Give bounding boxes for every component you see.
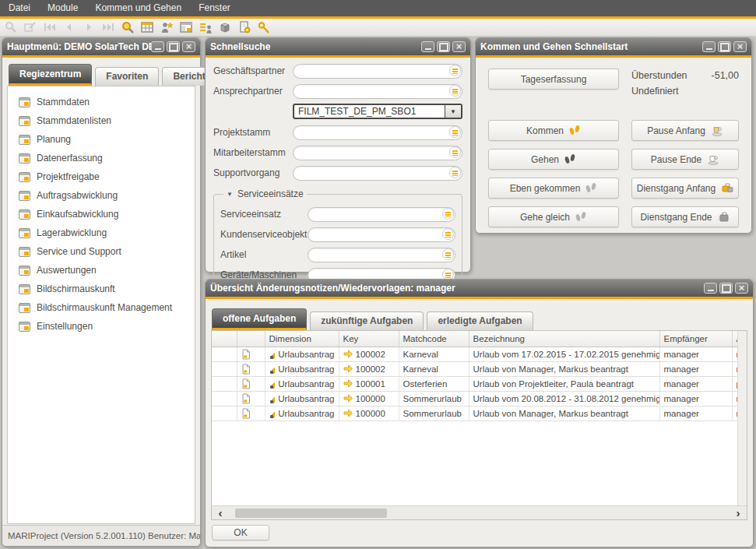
choose-from-list-icon[interactable] (442, 208, 454, 220)
scroll-left-icon[interactable]: ‹ (212, 507, 229, 519)
supportvorgang-input[interactable] (293, 166, 462, 181)
col-bezeichnung[interactable]: Bezeichnung (469, 331, 659, 347)
field-label: Ansprechpartner (213, 86, 293, 97)
menu-item-einstellungen[interactable]: Einstellungen (8, 317, 195, 336)
task-overview-titlebar[interactable]: Übersicht Änderungsnotizen/Wiedervorlage… (206, 280, 753, 297)
tab-zukuenftige-aufgaben[interactable]: zukünftige Aufgaben (310, 311, 424, 330)
serviceeinsatz-input[interactable] (308, 207, 455, 222)
key-icon[interactable] (257, 20, 271, 34)
menu-item-projektfreigabe[interactable]: Projektfreigabe (8, 167, 195, 186)
col-empfaenger[interactable]: Empfänger (659, 331, 732, 347)
dropdown-button[interactable]: ▼ (445, 105, 461, 118)
choose-from-list-icon[interactable] (442, 248, 454, 260)
menu-datei[interactable]: Datei (0, 0, 39, 16)
menu-item-bildschirmauskunft[interactable]: Bildschirmauskunft (8, 280, 195, 298)
scrollbar-thumb[interactable] (235, 509, 387, 518)
button-label: Gehen (531, 154, 559, 165)
eben-gekommen-button[interactable]: Eben gekommen (488, 178, 619, 199)
gehe-gleich-button[interactable]: Gehe gleich (488, 206, 619, 227)
pause-anfang-button[interactable]: Pause Anfang (631, 120, 739, 141)
minimize-button[interactable] (704, 283, 717, 294)
table-row[interactable]: Urlaubsantrag 100002 Karneval Urlaub vom… (212, 347, 747, 361)
table-view-icon[interactable] (140, 20, 154, 34)
kundenserviceobjekt-input[interactable] (308, 227, 455, 242)
menu-item-label: Lagerabwicklung (37, 227, 107, 238)
gehen-button[interactable]: Gehen (488, 149, 619, 170)
search-icon[interactable] (121, 20, 135, 34)
table-row[interactable]: Urlaubsantrag 100002 Karneval Urlaub von… (212, 361, 747, 376)
tab-favoriten[interactable]: Favoriten (95, 67, 159, 86)
serviceeinsaetze-legend[interactable]: ▼Serviceeinsätze (223, 188, 307, 199)
choose-from-list-icon[interactable] (449, 167, 461, 178)
col-dimension[interactable]: Dimension (265, 331, 339, 347)
scrollbar-track[interactable] (229, 509, 730, 518)
menu-item-stammdaten[interactable]: Stammdaten (8, 93, 195, 111)
minimize-button[interactable] (421, 41, 434, 52)
col-matchcode[interactable]: Matchcode (399, 331, 469, 347)
menu-item-lagerabwicklung[interactable]: Lagerabwicklung (8, 223, 195, 242)
time-tracking-titlebar[interactable]: Kommen und Gehen Schnellstart (476, 38, 751, 55)
quick-search-titlebar[interactable]: Schnellsuche (206, 38, 470, 55)
document-gear-icon[interactable] (237, 20, 251, 34)
pause-ende-button[interactable]: Pause Ende (631, 149, 739, 170)
window-main-menu: Hauptmenü: DEMO SolarTech DE Regiezentru… (2, 37, 201, 547)
stammdaten-icon (19, 97, 30, 107)
main-menu-titlebar[interactable]: Hauptmenü: DEMO SolarTech DE (2, 38, 200, 55)
ok-button[interactable]: OK (212, 525, 269, 540)
close-button[interactable] (452, 41, 466, 52)
last-record-disabled-icon (101, 20, 115, 34)
maximize-button[interactable] (718, 41, 731, 52)
table-row[interactable]: Urlaubsantrag 100001 Osterferien Urlaub … (212, 376, 747, 391)
menu-item-auswertungen[interactable]: Auswertungen (8, 261, 195, 280)
menu-kommen-und-gehen[interactable]: Kommen und Gehen (86, 0, 190, 16)
vertical-scrollbar[interactable] (737, 331, 747, 505)
menu-module[interactable]: Module (39, 0, 86, 16)
tageserfassung-button[interactable]: Tageserfassung (488, 69, 619, 90)
projektstamm-input[interactable] (293, 125, 462, 140)
scroll-right-icon[interactable]: › (730, 507, 747, 519)
table-row[interactable]: Urlaubsantrag 100000 Sommerurlaub Urlaub… (212, 391, 747, 406)
menu-fenster[interactable]: Fenster (190, 0, 239, 16)
choose-from-list-icon[interactable] (442, 228, 454, 240)
mitarbeiterstamm-input[interactable] (293, 146, 462, 160)
choose-from-list-icon[interactable] (449, 65, 461, 76)
choose-from-list-icon[interactable] (449, 146, 461, 158)
dienstgang-anfang-button[interactable]: Dienstgang Anfang (631, 178, 739, 199)
col-key[interactable]: Key (339, 331, 399, 347)
menu-item-datenerfassung[interactable]: Datenerfassung (8, 149, 195, 167)
tab-offene-aufgaben[interactable]: offene Aufgaben (212, 308, 307, 330)
menu-item-auftragsabwicklung[interactable]: Auftragsabwicklung (8, 186, 195, 205)
close-button[interactable] (735, 283, 748, 294)
choose-from-list-icon[interactable] (449, 126, 461, 138)
ansprechpartner-input[interactable] (293, 84, 462, 99)
menu-item-bildschirmauskunft-management[interactable]: Bildschirmauskunft Management (8, 298, 195, 317)
choose-from-list-icon[interactable] (449, 85, 461, 97)
menu-item-planung[interactable]: Planung (8, 130, 195, 149)
geschaeftspartner-input[interactable] (293, 64, 462, 79)
dienstgang-ende-button[interactable]: Dienstgang Ende (631, 206, 739, 227)
menu-item-stammdatenlisten[interactable]: Stammdatenlisten (8, 111, 195, 130)
menu-item-label: Bildschirmauskunft Management (37, 302, 172, 313)
close-button[interactable] (182, 41, 195, 52)
artikel-input[interactable] (308, 248, 455, 262)
tab-erledigte-aufgaben[interactable]: erledigte Aufgaben (427, 311, 533, 330)
button-label: Gehe gleich (520, 212, 570, 223)
minimize-button[interactable] (151, 41, 164, 52)
field-label: Geschäftspartner (213, 65, 293, 76)
maximize-button[interactable] (167, 41, 180, 52)
split-window-icon[interactable] (179, 20, 193, 34)
package-icon[interactable] (218, 20, 232, 34)
kommen-button[interactable]: Kommen (488, 120, 619, 141)
employee-star-icon[interactable] (160, 20, 174, 34)
database-dropdown[interactable]: FILM_TEST_DE_PM_SBO1 ▼ (293, 104, 462, 119)
maximize-button[interactable] (719, 283, 733, 294)
task-list-person-icon[interactable] (199, 20, 213, 34)
menu-item-service-und-support[interactable]: Service und Support (8, 242, 195, 261)
table-row[interactable]: Urlaubsantrag 100000 Sommerurlaub Urlaub… (212, 406, 747, 421)
tab-regiezentrum[interactable]: Regiezentrum (9, 64, 92, 86)
menu-item-einkaufsabwicklung[interactable]: Einkaufsabwicklung (8, 205, 195, 223)
minimize-button[interactable] (702, 41, 716, 52)
close-button[interactable] (733, 41, 747, 52)
main-menu-title: Hauptmenü: DEMO SolarTech DE (7, 41, 151, 52)
maximize-button[interactable] (437, 41, 450, 52)
